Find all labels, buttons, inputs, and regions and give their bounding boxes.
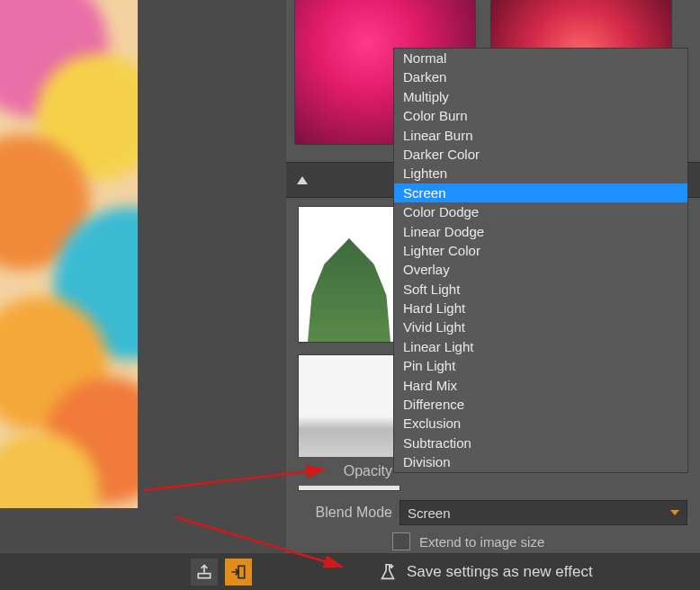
caret-down-icon [670, 510, 679, 515]
blend-mode-option[interactable]: Linear Burn [394, 126, 687, 145]
blend-mode-option[interactable]: Darken [394, 67, 687, 86]
blend-mode-option[interactable]: Difference [394, 395, 687, 414]
opacity-label: Opacity [286, 463, 399, 479]
blend-mode-option[interactable]: Hard Mix [394, 376, 687, 395]
blend-mode-option[interactable]: Linear Light [394, 337, 687, 356]
blend-mode-option[interactable]: Division [394, 452, 687, 471]
export-button[interactable] [191, 559, 218, 586]
overlay-thumb[interactable] [299, 207, 399, 342]
blend-mode-option[interactable]: Subtraction [394, 434, 687, 452]
blend-mode-option[interactable]: Lighter Color [394, 241, 687, 260]
blend-mode-option[interactable]: Soft Light [394, 280, 687, 299]
svg-rect-0 [198, 573, 210, 577]
extend-checkbox[interactable] [392, 532, 410, 550]
blend-mode-option[interactable]: Vivid Light [394, 317, 687, 336]
blend-mode-row: Blend Mode Screen [286, 498, 700, 527]
blend-mode-option[interactable]: Pin Light [394, 356, 687, 375]
blend-mode-option[interactable]: Darker Color [394, 145, 687, 164]
extend-label: Extend to image size [419, 534, 544, 550]
blend-mode-combo[interactable]: Screen [399, 500, 687, 525]
save-effect-label: Save settings as new effect [407, 563, 593, 581]
flask-icon [378, 562, 398, 582]
blend-mode-option[interactable]: Hard Light [394, 299, 687, 317]
blend-mode-option[interactable]: Color Dodge [394, 202, 687, 221]
app-root: Opacity Blend Mode Screen Extend to imag… [0, 0, 700, 590]
bottom-toolbar: Save settings as new effect [0, 553, 700, 590]
disclosure-triangle-icon [297, 176, 308, 184]
blend-mode-option[interactable]: Color Burn [394, 106, 687, 125]
blend-mode-option[interactable]: Multiply [394, 87, 687, 106]
blend-mode-label: Blend Mode [286, 505, 399, 521]
blend-mode-option[interactable]: Lighten [394, 164, 687, 183]
canvas-preview [0, 0, 138, 508]
blend-mode-option[interactable]: Screen [394, 183, 687, 202]
export-icon [195, 563, 213, 581]
blend-mode-option[interactable]: Linear Dodge [394, 222, 687, 241]
extend-checkbox-row[interactable]: Extend to image size [392, 532, 544, 550]
save-effect-button[interactable]: Save settings as new effect [378, 562, 593, 582]
blend-mode-option[interactable]: Normal [394, 49, 687, 67]
blend-mode-value: Screen [408, 505, 451, 521]
blend-mode-dropdown[interactable]: NormalDarkenMultiplyColor BurnLinear Bur… [393, 48, 688, 473]
apply-button[interactable] [225, 559, 252, 586]
apply-icon [229, 563, 247, 581]
panel-gap [138, 0, 286, 553]
blend-mode-option[interactable]: Overlay [394, 260, 687, 279]
blend-mode-option[interactable]: Exclusion [394, 414, 687, 433]
